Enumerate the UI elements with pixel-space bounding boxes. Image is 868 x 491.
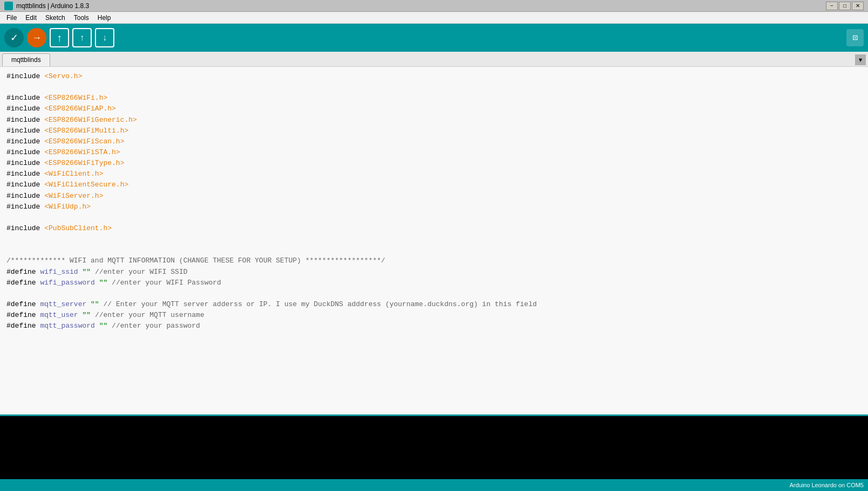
code-line: #define mqtt_server "" // Enter your MQT… bbox=[6, 299, 862, 310]
tab-dropdown-button[interactable]: ▾ bbox=[855, 54, 866, 65]
window-controls: − □ ✕ bbox=[826, 2, 864, 10]
open-button[interactable]: ↑ bbox=[72, 28, 92, 47]
code-line bbox=[6, 234, 862, 245]
menu-sketch[interactable]: Sketch bbox=[41, 13, 70, 23]
verify-button[interactable]: ✓ bbox=[4, 28, 24, 47]
code-line: #include <PubSubClient.h> bbox=[6, 223, 862, 234]
code-line bbox=[6, 212, 862, 223]
menu-help[interactable]: Help bbox=[93, 13, 115, 23]
code-line: #include <Servo.h> bbox=[6, 71, 862, 82]
code-line: #include <WiFiClient.h> bbox=[6, 169, 862, 179]
menu-tools[interactable]: Tools bbox=[70, 13, 93, 23]
code-line: #define mqtt_user "" //enter your MQTT u… bbox=[6, 310, 862, 321]
status-bar: Arduino Leonardo on COM5 bbox=[0, 479, 868, 491]
restore-button[interactable]: □ bbox=[839, 2, 851, 10]
code-line: #include <ESP8266WiFiType.h> bbox=[6, 158, 862, 169]
code-line: #include <WiFiUdp.h> bbox=[6, 202, 862, 212]
menu-bar: File Edit Sketch Tools Help bbox=[0, 12, 868, 24]
toolbar: ✓ → ↑ ↑ ↓ ⊡ bbox=[0, 24, 868, 52]
code-line: #include <WiFiServer.h> bbox=[6, 191, 862, 202]
console-area bbox=[0, 414, 868, 479]
code-line: #define wifi_ssid "" //enter your WIFI S… bbox=[6, 267, 862, 278]
window-title: mqttblinds | Arduino 1.8.3 bbox=[16, 2, 89, 10]
code-line bbox=[6, 82, 862, 93]
code-line bbox=[6, 288, 862, 299]
code-line: /************* WIFI and MQTT INFORMATION… bbox=[6, 255, 862, 266]
menu-edit[interactable]: Edit bbox=[21, 13, 41, 23]
code-editor[interactable]: #include <Servo.h> #include <ESP8266WiFi… bbox=[0, 67, 868, 414]
code-line: #include <ESP8266WiFiAP.h> bbox=[6, 103, 862, 114]
save-button[interactable]: ↓ bbox=[95, 28, 114, 47]
minimize-button[interactable]: − bbox=[826, 2, 838, 10]
code-line: #include <ESP8266WiFiSTA.h> bbox=[6, 147, 862, 158]
code-line: #include <ESP8266WiFiGeneric.h> bbox=[6, 115, 862, 126]
serial-monitor-button[interactable]: ⊡ bbox=[846, 29, 864, 46]
arduino-icon bbox=[4, 2, 13, 10]
code-line: #include <ESP8266WiFi.h> bbox=[6, 93, 862, 103]
tab-bar: mqttblinds ▾ bbox=[0, 52, 868, 67]
close-button[interactable]: ✕ bbox=[852, 2, 864, 10]
code-line: #include <ESP8266WiFiScan.h> bbox=[6, 136, 862, 147]
new-button[interactable]: ↑ bbox=[50, 28, 69, 47]
status-right: Arduino Leonardo on COM5 bbox=[789, 482, 864, 488]
tab-mqttblinds[interactable]: mqttblinds bbox=[2, 53, 50, 66]
title-bar: mqttblinds | Arduino 1.8.3 − □ ✕ bbox=[0, 0, 868, 12]
code-line: #define wifi_password "" //enter your WI… bbox=[6, 278, 862, 288]
code-line bbox=[6, 245, 862, 255]
upload-button[interactable]: → bbox=[27, 28, 46, 47]
menu-file[interactable]: File bbox=[2, 13, 21, 23]
title-bar-left: mqttblinds | Arduino 1.8.3 bbox=[4, 2, 89, 10]
code-wrapper: #include <Servo.h> #include <ESP8266WiFi… bbox=[0, 67, 868, 414]
code-line: #include <ESP8266WiFiMulti.h> bbox=[6, 126, 862, 136]
code-line: #define mqtt_password "" //enter your pa… bbox=[6, 321, 862, 331]
code-line: #include <WiFiClientSecure.h> bbox=[6, 179, 862, 190]
